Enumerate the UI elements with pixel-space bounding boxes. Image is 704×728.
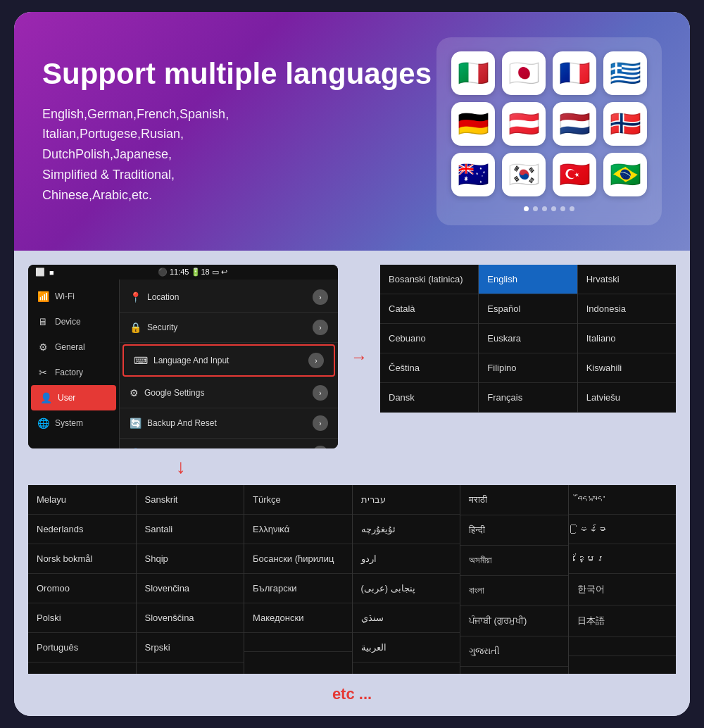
lang-sanskrit[interactable]: Sanskrit — [137, 485, 244, 515]
lang-myanmar[interactable]: မြန်မာ — [569, 515, 677, 544]
lang-punjabi-arabic[interactable]: پنجابی (عربی) — [353, 574, 460, 603]
lang-col-3: Hrvatski Indonesia Italiano Kiswahili La… — [578, 265, 676, 413]
lang-gujarati[interactable]: ગુજરાતી — [460, 636, 568, 667]
flag-greece: 🇬🇷 — [603, 51, 647, 95]
sidebar-device-label: Device — [55, 317, 81, 327]
lang-srpski[interactable]: Srpski — [137, 633, 244, 663]
lang-tibetan[interactable]: བོད་སྐད་ — [569, 485, 677, 515]
lang-bengali[interactable]: বাংলা — [460, 576, 568, 606]
settings-language[interactable]: ⌨ Language And Input › — [122, 344, 335, 377]
lang-santali[interactable]: Santali — [137, 515, 244, 544]
lang-bosanski[interactable]: Bosanski (latinica) — [380, 265, 478, 294]
home-icon: ⬜ — [35, 268, 45, 277]
down-arrow-row: ↓ — [28, 457, 676, 477]
lang-marathi[interactable]: मराठी — [460, 485, 568, 515]
lang-indonesia[interactable]: Indonesia — [578, 294, 676, 324]
lang-polski[interactable]: Polski — [28, 603, 136, 633]
sidebar-item-general[interactable]: ⚙ General — [28, 334, 119, 360]
user-icon: 👤 — [39, 392, 52, 403]
settings-sidebar: 📶 Wi-Fi 🖥 Device ⚙ General ✂ — [28, 280, 120, 448]
lang-punjabi-gurmukhi[interactable]: ਪੰਜਾਬੀ (ਗੁਰਮੁਖੀ) — [460, 606, 568, 636]
lang-nederlands[interactable]: Nederlands — [28, 515, 136, 544]
top-title: Support multiple languages — [42, 57, 436, 91]
lang-col-1: Bosanski (latinica) Català Cebuano Češti… — [380, 265, 479, 413]
sidebar-item-factory[interactable]: ✂ Factory — [28, 360, 119, 385]
lang-urdu[interactable]: اردو — [353, 544, 460, 574]
lang-cebuano[interactable]: Cebuano — [380, 324, 478, 353]
lang-korean[interactable]: 한국어 — [569, 574, 677, 605]
settings-security-left: 🔒 Security — [130, 322, 177, 333]
lang-euskara[interactable]: Euskara — [479, 324, 577, 353]
chevron-icon: › — [313, 446, 328, 448]
lang-turkce[interactable]: Türkçe — [244, 485, 352, 515]
top-language-columns: Bosanski (latinica) Català Cebuano Češti… — [380, 265, 676, 413]
flag-germany: 🇩🇪 — [451, 102, 495, 146]
lang-filipino[interactable]: Filipino — [479, 353, 577, 383]
lang-norsk[interactable]: Norsk bokmål — [28, 544, 136, 574]
lang-bulgarski[interactable]: Български — [244, 574, 352, 603]
settings-location[interactable]: 📍 Location › — [120, 282, 338, 313]
settings-backup-label: Backup And Reset — [147, 418, 217, 428]
notification-icon: ■ — [49, 268, 54, 277]
lang-oromoo[interactable]: Oromoo — [28, 574, 136, 603]
lang-shqip[interactable]: Shqip — [137, 544, 244, 574]
settings-language-left: ⌨ Language And Input — [134, 355, 229, 366]
lang-sindhi[interactable]: سنڌي — [353, 603, 460, 633]
settings-google[interactable]: ⚙ Google Settings › — [120, 378, 338, 408]
sidebar-item-system[interactable]: 🌐 System — [28, 410, 119, 436]
lang-latviesu[interactable]: Latviešu — [578, 383, 676, 413]
lang-espanol[interactable]: Español — [479, 294, 577, 324]
sidebar-item-device[interactable]: 🖥 Device — [28, 309, 119, 334]
settings-security[interactable]: 🔒 Security › — [120, 313, 338, 343]
flag-korea: 🇰🇷 — [502, 153, 546, 196]
lang-melayu[interactable]: Melayu — [28, 485, 136, 515]
lang-hrvatski[interactable]: Hrvatski — [578, 265, 676, 294]
sidebar-user-label: User — [58, 393, 75, 403]
flag-norway: 🇳🇴 — [603, 102, 647, 146]
lang-assamese[interactable]: অসমীয়া — [460, 546, 568, 576]
lang-arabic[interactable]: العربية — [353, 633, 460, 663]
account-icon: 👤 — [130, 448, 142, 448]
lang-english[interactable]: English — [479, 265, 577, 294]
android-settings-panel: ⬜ ■ ⚫ 11:45 🔋18 ▭ ↩ 📶 Wi-Fi 🖥 — [28, 265, 338, 448]
bottom-lang-col-1: Melayu Nederlands Norsk bokmål Oromoo Po… — [28, 485, 137, 674]
lang-dansk[interactable]: Dansk — [380, 383, 478, 413]
sidebar-system-label: System — [55, 418, 83, 428]
lang-khmer[interactable]: ខ្មែរ — [569, 544, 677, 574]
sidebar-general-label: General — [55, 342, 85, 352]
statusbar-left: ⬜ ■ — [35, 268, 54, 277]
system-icon: 🌐 — [37, 418, 49, 429]
lang-kiswahili[interactable]: Kiswahili — [578, 353, 676, 383]
settings-backup[interactable]: 🔄 Backup And Reset › — [120, 408, 338, 439]
flag-italy: 🇮🇹 — [451, 51, 495, 95]
statusbar-time: ⚫ 11:45 🔋18 ▭ ↩ — [158, 268, 227, 277]
lang-slovencina[interactable]: Slovenčina — [137, 574, 244, 603]
lang-cestina[interactable]: Čeština — [380, 353, 478, 383]
middle-row: ⬜ ■ ⚫ 11:45 🔋18 ▭ ↩ 📶 Wi-Fi 🖥 — [28, 265, 676, 448]
lang-italiano[interactable]: Italiano — [578, 324, 676, 353]
lang-japanese[interactable]: 日本語 — [569, 605, 677, 637]
lang-hindi[interactable]: हिन्दी — [460, 515, 568, 546]
settings-main: 📍 Location › 🔒 Security › — [120, 280, 338, 448]
lang-greek[interactable]: Ελληνικά — [244, 515, 352, 544]
lang-portugues[interactable]: Português — [28, 633, 136, 663]
chevron-icon: › — [313, 385, 328, 401]
lang-uyghur[interactable]: ئۇيغۇرچە — [353, 515, 460, 544]
lang-francais[interactable]: Français — [479, 383, 577, 413]
chevron-icon: › — [313, 415, 328, 431]
sidebar-item-user[interactable]: 👤 User — [31, 385, 116, 410]
settings-account[interactable]: 👤 Account › — [120, 439, 338, 448]
settings-security-label: Security — [147, 322, 177, 332]
lang-catala[interactable]: Català — [380, 294, 478, 324]
dot-4 — [551, 206, 556, 211]
general-icon: ⚙ — [37, 341, 49, 353]
lang-bosanski-cyrillic[interactable]: Босански (ћирилиц — [244, 544, 352, 574]
lang-hebrew[interactable]: עברית — [353, 485, 460, 515]
sidebar-item-wifi[interactable]: 📶 Wi-Fi — [28, 284, 119, 309]
top-section: Support multiple languages English,Germa… — [14, 12, 690, 251]
lang-makedonski[interactable]: Македонски — [244, 603, 352, 633]
flags-row-1: 🇮🇹 🇯🇵 🇫🇷 🇬🇷 — [451, 51, 648, 95]
security-icon: 🔒 — [130, 322, 142, 333]
lang-slovenscina[interactable]: Slovenščina — [137, 603, 244, 633]
device-icon: 🖥 — [37, 316, 49, 327]
